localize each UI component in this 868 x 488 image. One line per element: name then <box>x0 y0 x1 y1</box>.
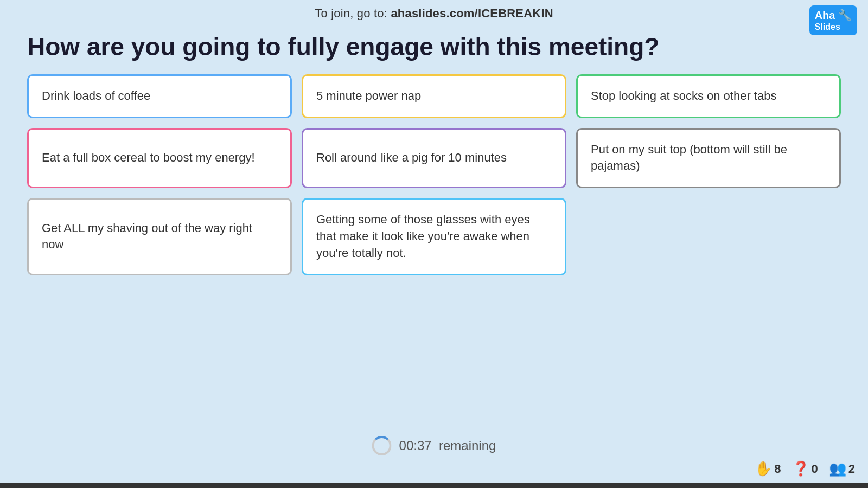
question-heading: How are you going to fully engage with t… <box>0 27 868 74</box>
timer-text: 00:37 remaining <box>399 438 496 453</box>
timer-spinner <box>372 436 392 455</box>
ahaslides-logo: Aha 🔧 Slides <box>809 5 857 35</box>
card-power-nap: 5 minute power nap <box>302 74 566 118</box>
card-text: Eat a full box cereal to boost my energy… <box>42 150 255 166</box>
card-text: Put on my suit top (bottom will still be… <box>591 142 826 175</box>
question-mark-icon: ❓ <box>792 460 809 477</box>
hand-icon: ✋ <box>755 460 772 477</box>
card-text: 5 minute power nap <box>316 88 421 105</box>
hand-count: 8 <box>774 462 781 476</box>
bottom-bar <box>0 483 868 488</box>
people-icon: 👥 <box>829 460 846 477</box>
logo-aha-text: Aha 🔧 <box>815 9 852 22</box>
question-stat: ❓ 0 <box>792 460 818 477</box>
card-text: Drink loads of coffee <box>42 88 150 105</box>
card-drink-coffee: Drink loads of coffee <box>27 74 292 118</box>
card-text: Get ALL my shaving out of the way right … <box>42 220 277 254</box>
card-shaving: Get ALL my shaving out of the way right … <box>27 198 292 275</box>
join-text: To join, go to: ahaslides.com/ICEBREAKIN <box>315 7 553 21</box>
hand-stat: ✋ 8 <box>755 460 781 477</box>
question-count: 0 <box>812 462 818 476</box>
people-count: 2 <box>848 462 855 476</box>
stats-area: ✋ 8 ❓ 0 👥 2 <box>755 460 855 477</box>
join-url: ahaslides.com/ICEBREAKIN <box>391 7 553 20</box>
card-suit-top: Put on my suit top (bottom will still be… <box>576 128 841 189</box>
card-text: Stop looking at socks on other tabs <box>591 88 776 105</box>
card-glasses: Getting some of those glasses with eyes … <box>302 198 566 275</box>
card-text: Getting some of those glasses with eyes … <box>316 211 552 261</box>
cards-grid: Drink loads of coffee 5 minute power nap… <box>0 74 868 275</box>
join-prefix: To join, go to: <box>315 7 391 20</box>
card-text: Roll around like a pig for 10 minutes <box>316 150 507 166</box>
card-roll-pig: Roll around like a pig for 10 minutes <box>302 128 566 189</box>
card-stop-socks: Stop looking at socks on other tabs <box>576 74 841 118</box>
top-bar: To join, go to: ahaslides.com/ICEBREAKIN… <box>0 0 868 27</box>
logo-slides-text: Slides <box>815 22 852 32</box>
timer-area: 00:37 remaining <box>372 436 496 455</box>
people-stat: 👥 2 <box>829 460 855 477</box>
card-cereal: Eat a full box cereal to boost my energy… <box>27 128 292 189</box>
